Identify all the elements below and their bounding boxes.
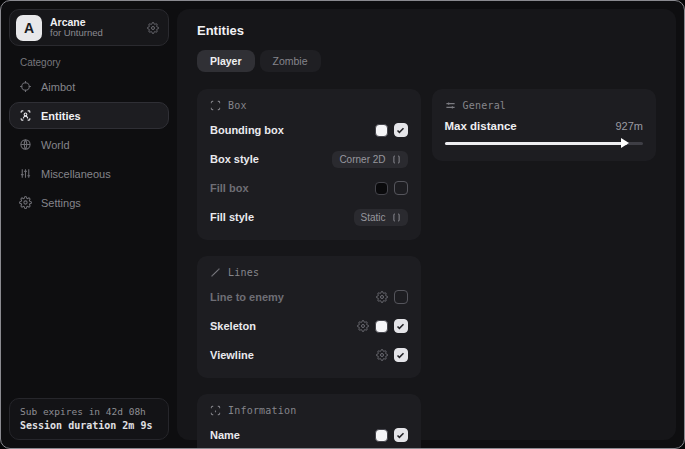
subscription-status-card: Sub expires in 42d 08h Session duration … (9, 398, 169, 440)
sidebar-item-label: Miscellaneous (41, 168, 111, 180)
sub-expiry-text: Sub expires in 42d 08h (20, 406, 158, 417)
tab-player[interactable]: Player (197, 50, 255, 72)
setting-row-max-distance: Max distance 927m (445, 120, 643, 132)
information-panel: Information Name Distance (197, 394, 421, 449)
gear-icon[interactable] (147, 22, 159, 34)
app-logo: A (16, 15, 42, 41)
setting-row-fill-box: Fill box (210, 178, 408, 198)
setting-row-line-to-enemy: Line to enemy (210, 287, 408, 307)
sidebar: A Arcane for Unturned Category Aimbot (1, 1, 177, 448)
setting-row-box-style: Box style Corner 2D (210, 149, 408, 169)
slider-fill (445, 142, 628, 145)
diagonal-line-icon (210, 267, 221, 278)
sliders-vertical-icon (19, 167, 32, 180)
checkbox-viewline[interactable] (394, 348, 408, 362)
fill-style-dropdown[interactable]: Static (354, 209, 408, 226)
sidebar-item-entities[interactable]: Entities (9, 102, 169, 129)
sidebar-item-miscellaneous[interactable]: Miscellaneous (9, 160, 169, 187)
brand-text: Arcane for Unturned (50, 16, 103, 39)
brand-card: A Arcane for Unturned (9, 9, 169, 46)
checkbox-name[interactable] (394, 428, 408, 442)
lines-panel: Lines Line to enemy (197, 256, 421, 378)
entities-scan-icon (19, 109, 32, 122)
panel-title: General (463, 100, 507, 111)
box-style-dropdown[interactable]: Corner 2D (332, 151, 407, 168)
color-swatch[interactable] (375, 429, 388, 442)
category-label: Category (20, 57, 177, 68)
brackets-icon (392, 213, 401, 222)
sidebar-item-label: Aimbot (41, 81, 75, 93)
sidebar-item-settings[interactable]: Settings (9, 189, 169, 216)
max-distance-slider[interactable] (445, 142, 643, 145)
row-settings-gear-icon[interactable] (357, 320, 369, 332)
setting-row-fill-style: Fill style Static (210, 207, 408, 227)
sliders-icon (445, 100, 456, 111)
color-swatch[interactable] (375, 182, 388, 195)
color-swatch[interactable] (375, 124, 388, 137)
app-subtitle: for Unturned (50, 28, 103, 39)
color-swatch[interactable] (375, 320, 388, 333)
general-panel-header: General (445, 100, 643, 111)
scan-info-icon (210, 405, 221, 416)
checkbox-skeleton[interactable] (394, 319, 408, 333)
general-panel: General Max distance 927m (432, 89, 656, 161)
sidebar-item-aimbot[interactable]: Aimbot (9, 73, 169, 100)
box-panel: Box Bounding box Box style (197, 89, 421, 240)
setting-row-viewline: Viewline (210, 345, 408, 365)
max-distance-value: 927m (615, 120, 643, 132)
scan-icon (210, 100, 221, 111)
setting-row-skeleton: Skeleton (210, 316, 408, 336)
main-panel: Entities Player Zombie Box Bounding box (177, 9, 676, 440)
sidebar-item-world[interactable]: World (9, 131, 169, 158)
setting-row-bounding-box: Bounding box (210, 120, 408, 140)
setting-row-name: Name (210, 425, 408, 445)
sidebar-item-label: Settings (41, 197, 81, 209)
box-panel-header: Box (210, 100, 408, 111)
gear-icon (19, 196, 32, 209)
globe-icon (19, 138, 32, 151)
sidebar-item-label: World (41, 139, 70, 151)
entity-tabs: Player Zombie (197, 50, 656, 72)
sidebar-nav: Aimbot Entities World Miscellaneous (1, 73, 177, 216)
information-panel-header: Information (210, 405, 408, 416)
app-window: A Arcane for Unturned Category Aimbot (0, 0, 685, 449)
row-settings-gear-icon[interactable] (376, 349, 388, 361)
slider-thumb[interactable] (621, 138, 629, 148)
tab-zombie[interactable]: Zombie (260, 50, 321, 72)
panel-title: Lines (228, 267, 259, 278)
crosshair-icon (19, 80, 32, 93)
page-title: Entities (197, 23, 656, 38)
checkbox-bounding-box[interactable] (394, 123, 408, 137)
session-duration-text: Session duration 2m 9s (20, 420, 158, 431)
panel-title: Box (228, 100, 247, 111)
sidebar-item-label: Entities (41, 110, 81, 122)
row-settings-gear-icon[interactable] (376, 291, 388, 303)
panel-title: Information (228, 405, 296, 416)
checkbox-line-to-enemy[interactable] (394, 290, 408, 304)
brackets-icon (392, 155, 401, 164)
checkbox-fill-box[interactable] (394, 181, 408, 195)
lines-panel-header: Lines (210, 267, 408, 278)
